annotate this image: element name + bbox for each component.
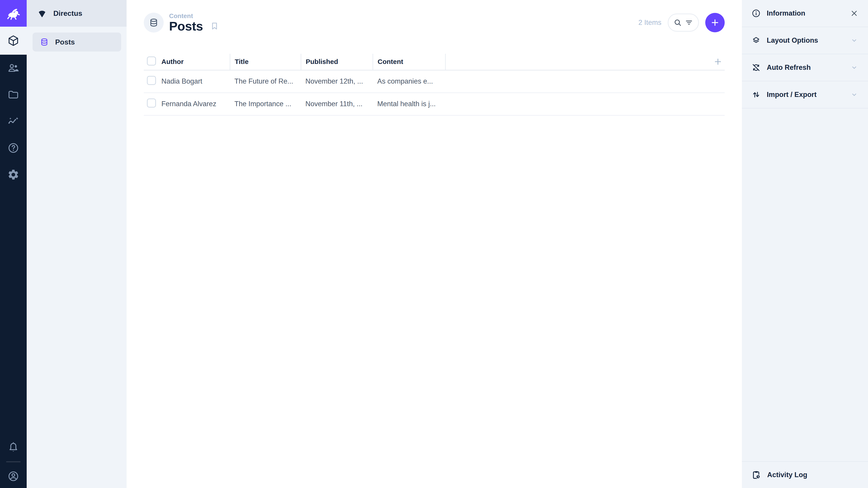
sidebar-section-auto-refresh[interactable]: Auto Refresh (742, 54, 868, 81)
chevron-down-icon[interactable] (850, 63, 859, 72)
sidebar-section-label: Auto Refresh (767, 64, 850, 72)
module-settings[interactable] (0, 161, 27, 188)
directus-app: Directus Posts Content Posts 2 Items (0, 0, 868, 488)
module-docs[interactable] (0, 135, 27, 161)
main-content: Content Posts 2 Items (127, 0, 742, 488)
nav-item-label: Posts (55, 38, 75, 46)
select-all-cell (144, 54, 161, 70)
filter-icon[interactable] (685, 18, 693, 27)
notifications-button[interactable] (0, 435, 27, 459)
project-name: Directus (53, 9, 82, 18)
cell-published: November 11th, ... (301, 93, 373, 115)
items-table-wrap: Author Title Published Content Nadia Bog… (144, 54, 725, 488)
import-export-icon (751, 90, 761, 99)
chevron-down-icon (850, 63, 859, 72)
sidebar-section-information[interactable]: Information (742, 0, 868, 27)
module-insights[interactable] (0, 108, 27, 135)
table-body: Nadia BogartThe Future of Re...November … (144, 70, 725, 115)
module-bar-spacer (0, 188, 27, 435)
select-all-checkbox[interactable] (147, 57, 156, 66)
sidebar-section-label: Information (767, 9, 850, 18)
bell-icon (7, 441, 20, 453)
row-spacer-cell (445, 70, 725, 93)
sidebar-spacer (742, 108, 868, 461)
table-row[interactable]: Nadia BogartThe Future of Re...November … (144, 70, 725, 93)
sidebar-section-layout-options[interactable]: Layout Options (742, 27, 868, 54)
activity-log-label: Activity Log (767, 471, 859, 479)
module-users[interactable] (0, 55, 27, 81)
folder-icon (7, 89, 20, 101)
layers-icon (751, 36, 761, 45)
cell-title: The Future of Re... (230, 70, 301, 93)
table-row[interactable]: Fernanda AlvarezThe Importance ...Novemb… (144, 93, 725, 115)
account-button[interactable] (0, 464, 27, 488)
items-table: Author Title Published Content Nadia Bog… (144, 54, 725, 116)
account-circle-icon (7, 470, 20, 482)
project-fan-icon (37, 8, 47, 18)
chevron-down-icon[interactable] (850, 90, 859, 99)
bookmark-button[interactable] (210, 21, 219, 32)
cell-content: Mental health is j... (373, 93, 445, 115)
cell-title: The Importance ... (230, 93, 301, 115)
activity-log-icon (751, 470, 761, 480)
database-icon (40, 37, 49, 46)
gear-icon (7, 168, 20, 181)
row-checkbox[interactable] (147, 76, 156, 85)
cell-author: Nadia Bogart (161, 70, 230, 93)
title-block: Content Posts (169, 12, 203, 33)
search-icon[interactable] (673, 18, 682, 27)
chevron-down-icon (850, 90, 859, 99)
column-header-title[interactable]: Title (230, 54, 301, 70)
nav-item-posts[interactable]: Posts (33, 33, 121, 52)
chevron-down-icon[interactable] (850, 36, 859, 45)
nav-sidebar: Directus Posts (27, 0, 127, 488)
table-header-row: Author Title Published Content (144, 54, 725, 70)
bookmark-icon (210, 21, 219, 31)
info-sidebar: Information Layout Options Auto Refresh … (742, 0, 868, 488)
row-checkbox-cell (144, 93, 161, 115)
collection-icon-button[interactable] (144, 13, 164, 33)
project-header[interactable]: Directus (27, 0, 127, 27)
module-bar-divider (6, 461, 21, 462)
directus-rabbit-icon (6, 6, 20, 20)
module-files[interactable] (0, 81, 27, 108)
info-icon (751, 8, 761, 18)
close-icon (850, 9, 859, 18)
cube-icon (7, 35, 20, 47)
close-sidebar-button[interactable] (850, 9, 859, 18)
row-checkbox-cell (144, 70, 161, 93)
plus-icon (710, 18, 720, 27)
column-header-author[interactable]: Author (161, 54, 230, 70)
directus-logo[interactable] (0, 0, 27, 27)
people-icon (7, 62, 20, 74)
sidebar-section-label: Layout Options (767, 36, 850, 44)
row-checkbox[interactable] (147, 98, 156, 107)
column-header-published[interactable]: Published (301, 54, 373, 70)
database-icon (149, 18, 159, 28)
add-column-button[interactable] (445, 54, 725, 70)
cell-author: Fernanda Alvarez (161, 93, 230, 115)
cell-published: November 12th, ... (301, 70, 373, 93)
breadcrumb[interactable]: Content (169, 12, 203, 20)
column-header-content[interactable]: Content (373, 54, 445, 70)
sync-disabled-icon (751, 63, 761, 72)
search-filter-bar[interactable] (668, 13, 699, 32)
sidebar-section-label: Import / Export (767, 91, 850, 99)
chevron-down-icon (850, 36, 859, 45)
items-count: 2 Items (638, 19, 661, 27)
sidebar-section-import-export[interactable]: Import / Export (742, 81, 868, 108)
page-title: Posts (169, 20, 203, 33)
plus-icon (713, 57, 722, 66)
page-header: Content Posts 2 Items (144, 12, 725, 33)
module-bar (0, 0, 27, 488)
module-content[interactable] (0, 27, 27, 55)
activity-log-button[interactable]: Activity Log (742, 461, 868, 488)
row-spacer-cell (445, 93, 725, 115)
cell-content: As companies e... (373, 70, 445, 93)
insights-icon (7, 115, 20, 127)
add-item-button[interactable] (705, 13, 725, 32)
help-icon (7, 142, 20, 154)
